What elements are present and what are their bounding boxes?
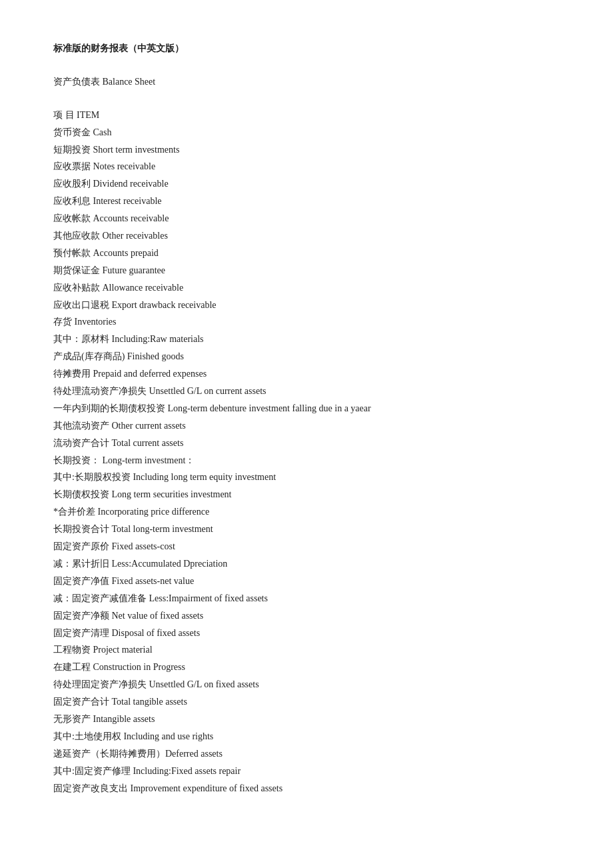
- list-item: 货币资金 Cash: [53, 124, 560, 141]
- list-item: 无形资产 Intangible assets: [53, 711, 560, 728]
- page-title: 标准版的财务报表（中英文版）: [53, 40, 560, 57]
- list-item: 长期投资： Long-term investment：: [53, 452, 560, 469]
- list-item: 一年内到期的长期债权投资 Long-term debenture investm…: [53, 400, 560, 417]
- list-item: 减：累计折旧 Less:Accumulated Dpreciation: [53, 555, 560, 573]
- list-item: 减：固定资产减值准备 Less:Impairment of fixed asse…: [53, 590, 560, 607]
- list-item: 其中：原材料 Including:Raw materials: [53, 331, 560, 348]
- section-title: 资产负债表 Balance Sheet: [53, 73, 560, 91]
- list-item: 短期投资 Short term investments: [53, 141, 560, 159]
- list-item: 待处理固定资产净损失 Unsettled G/L on fixed assets: [53, 676, 560, 693]
- list-item: 存货 Inventories: [53, 313, 560, 331]
- list-item: 长期投资合计 Total long-term investment: [53, 521, 560, 538]
- list-item: 流动资产合计 Total current assets: [53, 435, 560, 452]
- list-item: 固定资产净值 Fixed assets-net value: [53, 573, 560, 590]
- list-item: 其中:土地使用权 Including and use rights: [53, 728, 560, 745]
- list-item: 在建工程 Construction in Progress: [53, 659, 560, 676]
- list-item: 其他流动资产 Other current assets: [53, 417, 560, 435]
- list-item: 长期债权投资 Long term securities investment: [53, 486, 560, 503]
- list-item: 应收票据 Notes receivable: [53, 158, 560, 175]
- list-item: 预付帐款 Accounts prepaid: [53, 245, 560, 262]
- list-item: 固定资产改良支出 Improvement expenditure of fixe…: [53, 780, 560, 797]
- list-item: 应收补贴款 Allowance receivable: [53, 279, 560, 297]
- list-item: 产成品(库存商品) Finished goods: [53, 348, 560, 365]
- list-item: 工程物资 Project material: [53, 641, 560, 659]
- list-item: 固定资产净额 Net value of fixed assets: [53, 607, 560, 625]
- list-item: 应收出口退税 Export drawback receivable: [53, 297, 560, 314]
- list-item: 其他应收款 Other receivables: [53, 227, 560, 245]
- list-item: 固定资产清理 Disposal of fixed assets: [53, 625, 560, 642]
- balance-sheet-items: 项 目 ITEM货币资金 Cash短期投资 Short term investm…: [53, 107, 560, 797]
- list-item: *合并价差 Incorporating price difference: [53, 503, 560, 521]
- list-item: 应收利息 Interest receivable: [53, 193, 560, 210]
- list-item: 期货保证金 Future guarantee: [53, 262, 560, 279]
- list-item: 待摊费用 Prepaid and deferred expenses: [53, 365, 560, 383]
- list-item: 递延资产（长期待摊费用）Deferred assets: [53, 745, 560, 763]
- list-item: 应收帐款 Accounts receivable: [53, 210, 560, 227]
- list-item: 固定资产合计 Total tangible assets: [53, 693, 560, 711]
- list-item: 固定资产原价 Fixed assets-cost: [53, 538, 560, 555]
- list-item: 其中:长期股权投资 Including long term equity inv…: [53, 469, 560, 486]
- list-item: 项 目 ITEM: [53, 107, 560, 124]
- list-item: 其中:固定资产修理 Including:Fixed assets repair: [53, 763, 560, 780]
- list-item: 应收股利 Dividend receivable: [53, 175, 560, 193]
- list-item: 待处理流动资产净损失 Unsettled G/L on current asse…: [53, 383, 560, 400]
